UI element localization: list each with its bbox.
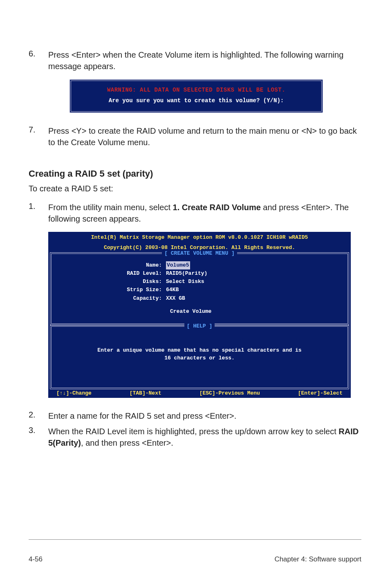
- step3-part-c: , and then press <Enter>.: [81, 438, 173, 447]
- warning-terminal: WARNING: ALL DATA ON SELECTED DISKS WILL…: [69, 79, 323, 113]
- step-3: 3. When the RAID Level item is highlight…: [29, 426, 361, 449]
- bios-screen: Intel(R) Matrix Storage Manager option R…: [48, 232, 351, 398]
- footer-rule: [29, 539, 361, 540]
- hint-select: [Enter]-Select: [298, 390, 343, 396]
- field-raid-label: RAID Level:: [52, 269, 166, 278]
- step-number: 2.: [29, 410, 48, 422]
- field-capacity: Capacity: XXX GB: [52, 294, 347, 303]
- field-strip-label: Strip Size:: [52, 286, 166, 294]
- hint-previous: [ESC]-Previous Menu: [199, 390, 260, 396]
- field-name: Name: Volume5: [52, 261, 347, 269]
- step-number: 1.: [29, 202, 48, 224]
- step1-bold: 1. Create RAID Volume: [173, 203, 261, 212]
- page-footer-block: 4-56 Chapter 4: Software support: [29, 539, 361, 563]
- create-volume-action[interactable]: Create Volume: [52, 308, 347, 314]
- chapter-label: Chapter 4: Software support: [274, 555, 361, 563]
- hint-next: [TAB]-Next: [130, 390, 161, 396]
- step-number: 3.: [29, 426, 48, 449]
- page-number: 4-56: [29, 555, 43, 563]
- step3-part-a: When the RAID Level item is highlighted,…: [48, 427, 338, 436]
- step-number: 7.: [29, 125, 48, 148]
- field-capacity-label: Capacity:: [52, 294, 166, 303]
- step-number: 6.: [29, 49, 48, 72]
- step1-part-a: From the utility main menu, select: [48, 203, 173, 212]
- help-panel-title: [ HELP ]: [52, 323, 347, 329]
- field-strip-value[interactable]: 64KB: [166, 286, 179, 294]
- create-volume-panel-title: [ CREATE VOLUME MENU ]: [52, 250, 347, 256]
- step-text: When the RAID Level item is highlighted,…: [48, 426, 361, 449]
- bios-header-1: Intel(R) Matrix Storage Manager option R…: [48, 232, 351, 242]
- field-strip-size: Strip Size: 64KB: [52, 286, 347, 294]
- field-disks-label: Disks:: [52, 278, 166, 286]
- step-6: 6. Press <Enter> when the Create Volume …: [29, 49, 361, 72]
- warning-line-1: WARNING: ALL DATA ON SELECTED DISKS WILL…: [79, 87, 313, 93]
- step-text: Press <Enter> when the Create Volume ite…: [48, 49, 361, 72]
- bios-footer: [↑↓]-Change [TAB]-Next [ESC]-Previous Me…: [48, 389, 351, 398]
- field-capacity-value[interactable]: XXX GB: [166, 294, 185, 303]
- help-message: Enter a unique volume name that has no s…: [52, 334, 347, 379]
- step-7: 7. Press <Y> to create the RAID volume a…: [29, 125, 361, 148]
- field-disks-value[interactable]: Select Disks: [166, 278, 204, 286]
- field-disks: Disks: Select Disks: [52, 278, 347, 286]
- bios-wrap: Intel(R) Matrix Storage Manager option R…: [48, 232, 361, 398]
- step-text: Press <Y> to create the RAID volume and …: [48, 125, 361, 148]
- field-name-label: Name:: [52, 261, 166, 269]
- section-heading: Creating a RAID 5 set (parity): [29, 168, 361, 179]
- field-raid-level: RAID Level: RAID5(Parity): [52, 269, 347, 278]
- page-content: 6. Press <Enter> when the Create Volume …: [29, 49, 361, 539]
- hint-change: [↑↓]-Change: [56, 390, 92, 396]
- help-panel: [ HELP ] Enter a unique volume name that…: [50, 325, 349, 389]
- page-footer: 4-56 Chapter 4: Software support: [29, 543, 361, 563]
- step-text: Enter a name for the RAID 5 set and pres…: [48, 410, 361, 422]
- step-2: 2. Enter a name for the RAID 5 set and p…: [29, 410, 361, 422]
- warning-terminal-wrap: WARNING: ALL DATA ON SELECTED DISKS WILL…: [69, 79, 361, 113]
- create-volume-panel: [ CREATE VOLUME MENU ] Name: Volume5 RAI…: [50, 252, 349, 325]
- field-raid-value[interactable]: RAID5(Parity): [166, 269, 207, 278]
- field-name-value[interactable]: Volume5: [166, 261, 190, 269]
- step-1: 1. From the utility main menu, select 1.…: [29, 202, 361, 224]
- step-text: From the utility main menu, select 1. Cr…: [48, 202, 361, 224]
- section-lead: To create a RAID 5 set:: [29, 184, 361, 193]
- warning-line-2: Are you sure you want to create this vol…: [79, 97, 313, 104]
